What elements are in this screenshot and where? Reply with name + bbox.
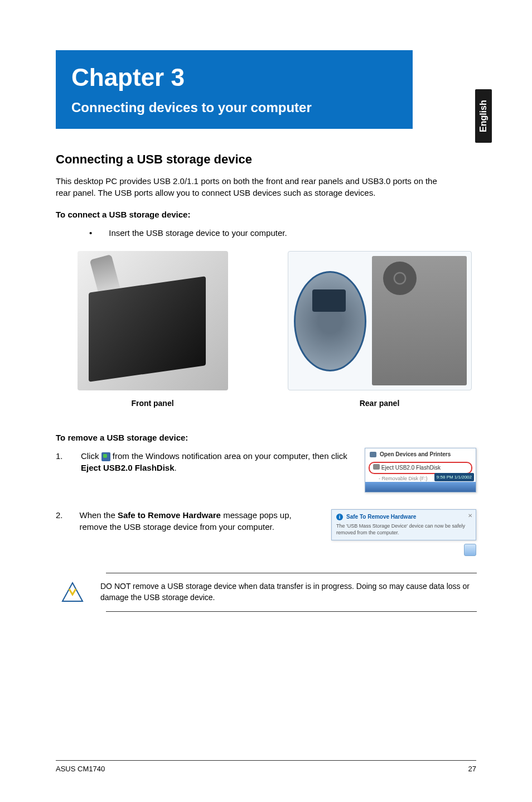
info-icon: i — [336, 514, 343, 520]
notif-title: Safe To Remove Hardware — [346, 513, 416, 521]
footer-model: ASUS CM1740 — [56, 764, 105, 774]
warning-text: DO NOT remove a USB storage device when … — [100, 581, 477, 603]
warning-icon — [61, 581, 84, 603]
step-1-block: 1. Click from the Windows notification a… — [56, 450, 476, 493]
chapter-banner: Chapter 3 Connecting devices to your com… — [56, 50, 413, 129]
printer-icon — [370, 452, 376, 457]
popup-open-devices: Open Devices and Printers — [365, 448, 476, 461]
rear-panel-zoom-icon — [294, 271, 366, 371]
rear-panel-figure — [288, 251, 472, 390]
step-1-text: Click from the Windows notification area… — [81, 450, 354, 474]
popup-taskbar — [365, 482, 476, 492]
notif-tray-icon — [464, 544, 476, 556]
rear-panel-caption: Rear panel — [283, 398, 476, 409]
footer-page-number: 27 — [468, 764, 476, 774]
popup-clock: 9:58 PM 1/1/2002 — [434, 473, 474, 481]
warning-block: DO NOT remove a USB storage device when … — [106, 573, 477, 612]
chapter-subtitle: Connecting devices to your computer — [71, 98, 397, 117]
front-panel-figure — [78, 251, 228, 390]
step-2-text: When the Safe to Remove Hardware message… — [80, 509, 320, 533]
language-tab: English — [475, 89, 492, 143]
step-1-text-c: . — [175, 463, 177, 472]
safe-remove-notification: ✕ iSafe To Remove Hardware The 'USB Mass… — [331, 509, 476, 540]
section-intro: This desktop PC provides USB 2.0/1.1 por… — [56, 175, 446, 199]
step-1-number: 1. — [56, 450, 64, 474]
tray-icon — [101, 452, 110, 461]
popup-open-devices-label: Open Devices and Printers — [380, 451, 451, 458]
popup-eject-label: Eject USB2.0 FlashDisk — [381, 465, 441, 471]
page-footer: ASUS CM1740 27 — [56, 760, 476, 774]
rear-tower-icon — [372, 256, 467, 385]
usb-stick-icon — [89, 254, 121, 298]
chapter-title: Chapter 3 — [71, 60, 397, 95]
eject-popup-figure: Open Devices and Printers Eject USB2.0 F… — [365, 448, 476, 493]
notif-close-icon: ✕ — [468, 512, 472, 520]
notif-body: The 'USB Mass Storage Device' device can… — [336, 523, 471, 536]
svg-marker-0 — [62, 583, 83, 601]
connect-bullet: Insert the USB storage device to your co… — [56, 227, 476, 239]
remove-heading: To remove a USB storage device: — [56, 432, 476, 443]
step-2-text-a: When the — [80, 510, 118, 520]
panel-figures-row: Front panel Rear panel — [56, 251, 476, 409]
step-2-bold: Safe to Remove Hardware — [118, 510, 221, 520]
step-1-text-a: Click — [81, 451, 101, 461]
section-title: Connecting a USB storage device — [56, 151, 476, 168]
front-panel-caption: Front panel — [56, 398, 249, 409]
step-1-text-b: from the Windows notification area on yo… — [110, 451, 347, 461]
popup-eject-item: Eject USB2.0 FlashDisk — [369, 462, 472, 474]
step-1-bold: Eject USB2.0 FlashDisk — [81, 463, 175, 472]
step-2-number: 2. — [56, 509, 63, 533]
connect-heading: To connect a USB storage device: — [56, 209, 476, 220]
drive-icon — [373, 464, 380, 470]
step-2-block: 2. When the Safe to Remove Hardware mess… — [56, 509, 476, 555]
